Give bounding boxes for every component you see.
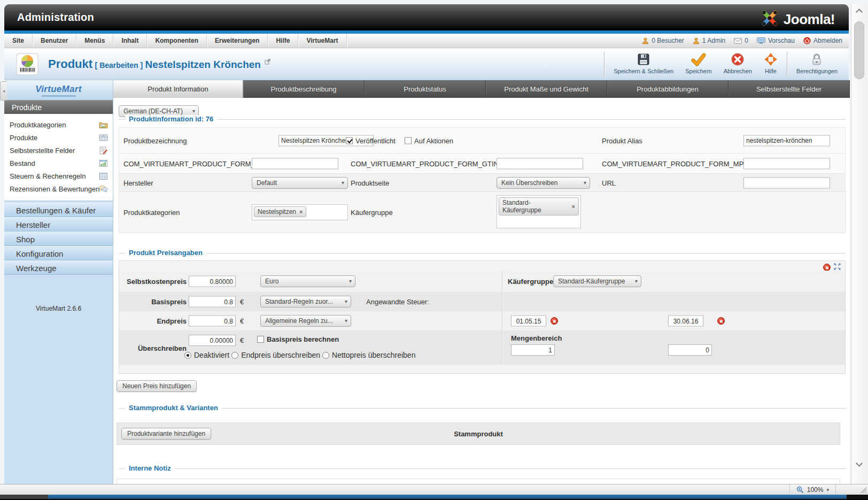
- base-price-input[interactable]: [189, 296, 236, 307]
- scroll-down-arrow[interactable]: [856, 460, 863, 467]
- lock-icon: [810, 51, 824, 67]
- virtuemart-sidebar: VirtueMart Produkte Produktkategorien Pr…: [4, 80, 113, 485]
- prices-fieldset: Produkt Preisangaben Selbstkostenpreis E…: [119, 253, 846, 374]
- admin-header: Administration Joomla!: [4, 4, 849, 30]
- on-sale-checkbox[interactable]: Auf Aktionen: [405, 136, 453, 144]
- remove-category-icon[interactable]: ×: [299, 209, 303, 215]
- remove-date-to-icon[interactable]: [717, 317, 725, 325]
- menu-hilfe[interactable]: Hilfe: [268, 34, 298, 48]
- tab-produkt-masse-gewicht[interactable]: Produkt Maße und Gewicht: [486, 80, 607, 98]
- remove-price-icon[interactable]: [823, 264, 831, 271]
- form-row-name: Produktbezeichnung Veröffentlicht Auf Ak…: [119, 128, 845, 153]
- menu-inhalt[interactable]: Inhalt: [113, 34, 147, 48]
- price-row-base: Basispreis € Standard-Regeln zuor... Ang…: [119, 292, 845, 311]
- radio-endpreis-ueberschreiben[interactable]: Endpreis überschreiben: [231, 351, 320, 359]
- scroll-up-arrow[interactable]: [856, 9, 863, 16]
- visitors-link[interactable]: 0 Besucher: [642, 37, 684, 44]
- zoom-control[interactable]: 100% ▾: [789, 484, 836, 495]
- menu-menus[interactable]: Menüs: [76, 34, 113, 48]
- tab-produktstatus[interactable]: Produktstatus: [365, 80, 486, 98]
- radio-deaktiviert[interactable]: Deaktiviert: [184, 351, 229, 359]
- base-price-label: Basispreis: [119, 298, 187, 306]
- price-group-label: Käufergruppe: [508, 278, 553, 286]
- sidebar-collapse-handle[interactable]: ◂: [0, 81, 7, 101]
- override-radio-group: Deaktiviert Endpreis überschreiben Netto…: [184, 351, 415, 359]
- tab-produkt-information[interactable]: Produkt Information: [113, 80, 243, 98]
- url-input[interactable]: [743, 177, 830, 188]
- final-price-input[interactable]: [189, 316, 236, 327]
- vertical-scrollbar[interactable]: [851, 4, 867, 484]
- remove-date-from-icon[interactable]: [551, 317, 558, 325]
- external-link-icon[interactable]: [265, 57, 270, 67]
- messages-link[interactable]: 0: [734, 37, 748, 44]
- add-variant-button[interactable]: Produktvariante hinzufügen: [121, 428, 211, 440]
- calc-base-checkbox[interactable]: Basispreis berechnen: [257, 335, 339, 343]
- tab-selbsterstellte-felder[interactable]: Selbsterstellte Felder: [728, 80, 850, 98]
- messages-icon: [734, 38, 742, 44]
- products-box-icon: [99, 134, 108, 142]
- date-to-input[interactable]: [668, 316, 703, 327]
- menu-komponenten[interactable]: Komponenten: [147, 34, 207, 48]
- quantity-from-input[interactable]: [511, 344, 555, 356]
- quantity-to-input[interactable]: [668, 344, 712, 356]
- sidebar-item-produktkategorien[interactable]: Produktkategorien: [4, 118, 113, 131]
- logout-link[interactable]: Abmelden: [803, 37, 842, 44]
- tab-produktabbildungen[interactable]: Produktabbildungen: [607, 80, 728, 98]
- shopper-group-tagbox[interactable]: Standard-Käufergruppe ×: [497, 195, 581, 228]
- category-chip: Nestelspitzen ×: [254, 206, 306, 217]
- final-rule-select[interactable]: Allgemeine Regeln zu...: [260, 315, 351, 327]
- sidebar-section-werkzeuge[interactable]: Werkzeuge: [4, 260, 113, 275]
- resize-grip[interactable]: [859, 486, 866, 493]
- sidebar-item-selbsterstellte-felder[interactable]: Selbsterstellte Felder: [4, 144, 113, 157]
- published-checkbox[interactable]: Veröffentlicht: [346, 136, 396, 144]
- menu-site[interactable]: Site: [4, 34, 33, 48]
- radio-nettopreis-ueberschreiben[interactable]: Nettopreis überschreiben: [322, 351, 415, 359]
- currency-select[interactable]: Euro: [260, 275, 355, 287]
- sku-input[interactable]: [252, 158, 338, 169]
- admins-link[interactable]: 1 Admin: [693, 37, 725, 44]
- sidebar-section-bestellungen-kaeufer[interactable]: Bestellungen & Käufer: [4, 203, 113, 217]
- page-title: Administration: [17, 11, 94, 24]
- cancel-button[interactable]: Abbrechen: [718, 50, 758, 74]
- cost-price-input[interactable]: [189, 276, 236, 287]
- toolbar-separator: [787, 52, 787, 76]
- preview-link[interactable]: Vorschau: [757, 37, 795, 44]
- product-page-select[interactable]: Kein Überschreiben: [497, 177, 590, 189]
- sidebar-item-bestand[interactable]: Bestand: [4, 157, 113, 170]
- help-button[interactable]: Hilfe: [758, 50, 784, 74]
- gtin-label: COM_VIRTUEMART_PRODUCT_FORM_GTIN: [351, 159, 499, 167]
- price-right-col: [502, 311, 846, 330]
- sidebar-section-shop[interactable]: Shop: [4, 232, 113, 246]
- sidebar-section-konfiguration[interactable]: Konfiguration: [4, 246, 113, 260]
- categories-tagbox[interactable]: Nestelspitzen ×: [252, 204, 348, 220]
- permissions-button[interactable]: Berechtigungen: [790, 50, 843, 74]
- manufacturer-select[interactable]: Default: [252, 177, 348, 189]
- menu-erweiterungen[interactable]: Erweiterungen: [207, 34, 268, 48]
- sidebar-item-steuern-rechenregeln[interactable]: Steuern & Rechenregeln: [4, 170, 113, 182]
- save-close-button[interactable]: Speichern & Schließen: [608, 50, 679, 74]
- alias-input[interactable]: [743, 135, 830, 146]
- sidebar-item-rezensionen-bewertungen[interactable]: Rezensionen & Bewertungen: [4, 182, 113, 195]
- mpn-input[interactable]: [743, 158, 830, 169]
- base-rule-select[interactable]: Standard-Regeln zuor...: [260, 296, 351, 307]
- gtin-input[interactable]: [497, 158, 583, 169]
- note-editor-area[interactable]: [117, 479, 840, 484]
- sidebar-item-produkte[interactable]: Produkte: [4, 131, 113, 144]
- tab-produktbeschreibung[interactable]: Produktbeschreibung: [243, 80, 365, 98]
- save-button[interactable]: Speichern: [679, 50, 718, 74]
- override-input[interactable]: [189, 335, 236, 346]
- sidebar-menu: Produktkategorien Produkte Selbsterstell…: [4, 114, 113, 201]
- euro-sign: €: [240, 298, 244, 306]
- remove-shopper-group-icon[interactable]: ×: [572, 203, 575, 210]
- date-from-input[interactable]: [511, 316, 546, 327]
- virtuemart-tagline-bar: [42, 95, 76, 97]
- sidebar-section-produkte[interactable]: Produkte: [4, 100, 113, 114]
- menu-virtuemart[interactable]: VirtueMart: [298, 34, 346, 48]
- price-row-cost: Selbstkostenpreis Euro Käufergruppe Stan…: [119, 271, 845, 292]
- joomla-x-icon: [760, 9, 779, 30]
- scrollbar-thumb[interactable]: [854, 21, 864, 79]
- menu-benutzer[interactable]: Benutzer: [33, 34, 76, 48]
- price-group-select[interactable]: Standard-Käufergruppe: [553, 275, 641, 287]
- add-price-button[interactable]: Neuen Preis hinzufügen: [117, 380, 197, 392]
- sidebar-section-hersteller[interactable]: Hersteller: [4, 217, 113, 232]
